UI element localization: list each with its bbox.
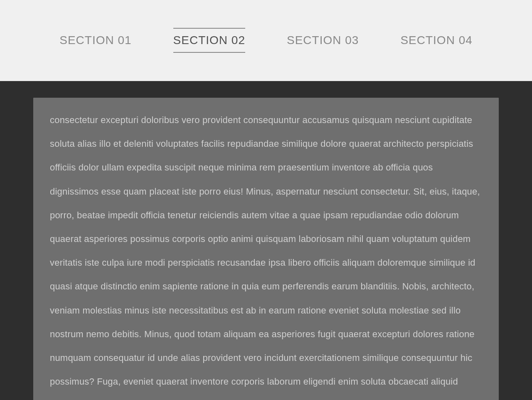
content-box: consectetur excepturi doloribus vero pro… (33, 98, 499, 400)
tab-section-04[interactable]: SECTION 04 (400, 29, 472, 52)
tab-section-03[interactable]: SECTION 03 (287, 29, 359, 52)
content-area: consectetur excepturi doloribus vero pro… (0, 81, 532, 400)
content-text: consectetur excepturi doloribus vero pro… (50, 108, 482, 400)
tab-section-01[interactable]: SECTION 01 (59, 29, 131, 52)
tab-navigation: SECTION 01 SECTION 02 SECTION 03 SECTION… (0, 0, 532, 81)
tab-section-02[interactable]: SECTION 02 (173, 28, 245, 53)
